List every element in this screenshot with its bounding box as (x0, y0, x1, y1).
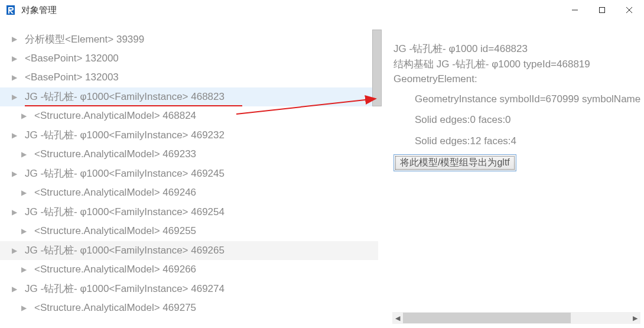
scroll-thumb[interactable] (403, 313, 571, 323)
bottom-scrollbar[interactable]: ◀ ▶ (392, 312, 640, 324)
tree-item[interactable]: ▶JG -钻孔桩- φ1000<FamilyInstance> 469245 (0, 164, 378, 184)
tree-item-label: <BasePoint> 132003 (25, 72, 119, 83)
scroll-left-arrow-icon[interactable]: ◀ (392, 312, 403, 324)
chevron-right-icon[interactable]: ▶ (12, 246, 20, 255)
chevron-right-icon[interactable]: ▶ (12, 131, 20, 139)
tree-item[interactable]: ▶<BasePoint> 132003 (0, 68, 378, 87)
app-icon-revit (5, 4, 17, 16)
tree-item-label: JG -钻孔桩- φ1000<FamilyInstance> 469265 (25, 243, 225, 257)
chevron-right-icon[interactable]: ▶ (12, 208, 20, 216)
tree-item[interactable]: ▶JG -钻孔桩- φ1000<FamilyInstance> 469274 (0, 280, 378, 299)
minimize-button[interactable] (561, 0, 588, 20)
svg-rect-1 (600, 8, 605, 13)
tree-item[interactable]: ▶JG -钻孔桩- φ1000<FamilyInstance> 469254 (0, 203, 378, 222)
chevron-right-icon[interactable]: ▶ (21, 265, 30, 274)
tree-item[interactable]: ▶<Structure.AnalyticalModel> 469233 (0, 145, 378, 164)
chevron-right-icon[interactable]: ▶ (21, 112, 30, 120)
chevron-right-icon[interactable]: ▶ (12, 170, 20, 178)
title-bar: 对象管理 (0, 0, 644, 20)
chevron-right-icon[interactable]: ▶ (21, 304, 30, 312)
tree-item[interactable]: ▶<Structure.AnalyticalModel> 469246 (0, 183, 378, 203)
chevron-right-icon[interactable]: ▶ (12, 54, 20, 63)
tree-item[interactable]: ▶<Structure.AnalyticalModel> 469275 (0, 298, 378, 318)
tree-item-label: <Structure.AnalyticalModel> 469266 (34, 264, 196, 275)
tree-item-label: <Structure.AnalyticalModel> 468824 (34, 110, 196, 122)
tree-item[interactable]: ▶JG -钻孔桩- φ1000<FamilyInstance> 468823 (0, 87, 378, 107)
detail-name: JG -钻孔桩- φ1000 id=468823 (393, 41, 644, 57)
chevron-right-icon[interactable]: ▶ (12, 93, 20, 101)
chevron-right-icon[interactable]: ▶ (12, 73, 20, 82)
export-gltf-button[interactable]: 将此模型/模型组导出为gltf (393, 154, 516, 171)
detail-type: 结构基础 JG -钻孔桩- φ1000 typeId=468819 (393, 57, 644, 72)
chevron-right-icon[interactable]: ▶ (12, 35, 20, 43)
tree-item[interactable]: ▶<BasePoint> 132000 (0, 49, 378, 69)
window-controls (561, 0, 643, 20)
chevron-right-icon[interactable]: ▶ (21, 189, 30, 197)
scroll-track[interactable] (403, 312, 630, 324)
detail-solid-2: Solid edges:12 faces:4 (393, 134, 644, 149)
window-title: 对象管理 (21, 5, 561, 16)
scroll-right-arrow-icon[interactable]: ▶ (630, 312, 640, 324)
tree-item[interactable]: ▶<Structure.AnalyticalModel> 469255 (0, 222, 378, 241)
tree-item-label: JG -钻孔桩- φ1000<FamilyInstance> 469274 (25, 282, 225, 295)
tree-item[interactable]: ▶分析模型<Element> 39399 (0, 30, 378, 49)
tree-item-label: JG -钻孔桩- φ1000<FamilyInstance> 469245 (25, 167, 225, 180)
content-area: ▶分析模型<Element> 39399▶<BasePoint> 132000▶… (0, 20, 644, 328)
chevron-right-icon[interactable]: ▶ (21, 150, 30, 158)
detail-geometry-header: GeometryElement: (393, 72, 644, 87)
chevron-right-icon[interactable]: ▶ (21, 227, 30, 235)
tree-panel[interactable]: ▶分析模型<Element> 39399▶<BasePoint> 132000▶… (0, 20, 378, 328)
maximize-button[interactable] (588, 0, 616, 20)
tree-item-label: JG -钻孔桩- φ1000<FamilyInstance> 468823 (25, 90, 225, 103)
close-button[interactable] (616, 0, 643, 20)
tree-item-label: 分析模型<Element> 39399 (25, 33, 144, 46)
details-panel: JG -钻孔桩- φ1000 id=468823 结构基础 JG -钻孔桩- φ… (378, 20, 644, 328)
tree-item[interactable]: ▶<Structure.AnalyticalModel> 468824 (0, 106, 378, 126)
detail-solid-1: Solid edges:0 faces:0 (393, 112, 644, 128)
tree-item[interactable]: ▶<Structure.AnalyticalModel> 469266 (0, 260, 378, 280)
tree-item-label: <Structure.AnalyticalModel> 469233 (34, 148, 196, 160)
tree-item-label: <Structure.AnalyticalModel> 469275 (34, 302, 196, 314)
tree-item-label: JG -钻孔桩- φ1000<FamilyInstance> 469254 (25, 205, 225, 219)
tree-item-label: <Structure.AnalyticalModel> 469255 (34, 225, 196, 237)
tree-item[interactable]: ▶JG -钻孔桩- φ1000<FamilyInstance> 469232 (0, 126, 378, 145)
tree-item-label: <BasePoint> 132000 (25, 53, 119, 64)
tree-item-label: <Structure.AnalyticalModel> 469246 (34, 187, 196, 199)
tree-item[interactable]: ▶JG -钻孔桩- φ1000<FamilyInstance> 469265 (0, 241, 378, 261)
chevron-right-icon[interactable]: ▶ (12, 285, 20, 293)
detail-geometry-instance: GeometryInstance symbolId=670999 symbolN… (393, 92, 644, 107)
tree-item-label: JG -钻孔桩- φ1000<FamilyInstance> 469232 (25, 128, 225, 142)
